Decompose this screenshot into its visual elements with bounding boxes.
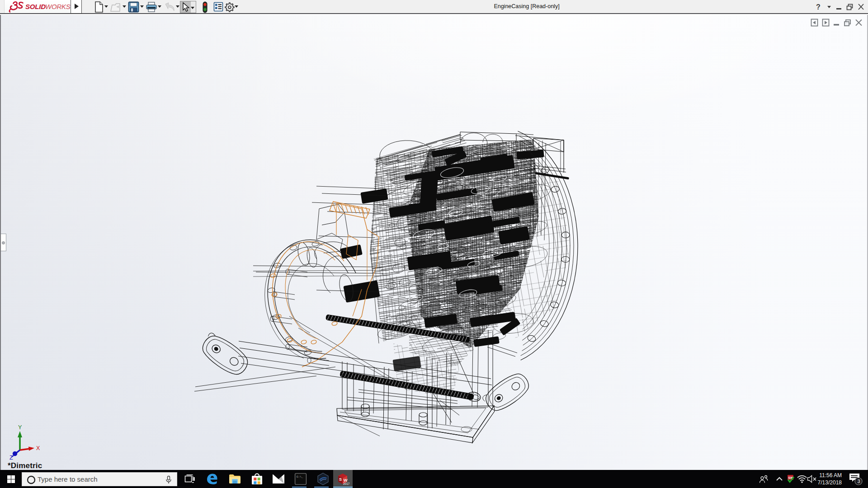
- svg-text:2017: 2017: [343, 482, 349, 485]
- svg-text:SOLID: SOLID: [25, 3, 46, 10]
- svg-text:C:\_: C:\_: [297, 475, 303, 479]
- svg-text:Y: Y: [18, 424, 22, 431]
- svg-text:X: X: [36, 445, 40, 451]
- svg-text:Z: Z: [9, 455, 13, 460]
- svg-text:3: 3: [858, 479, 860, 484]
- svg-text:S: S: [339, 477, 342, 482]
- svg-text:?: ?: [816, 3, 821, 11]
- svg-text:WORKS: WORKS: [45, 3, 71, 10]
